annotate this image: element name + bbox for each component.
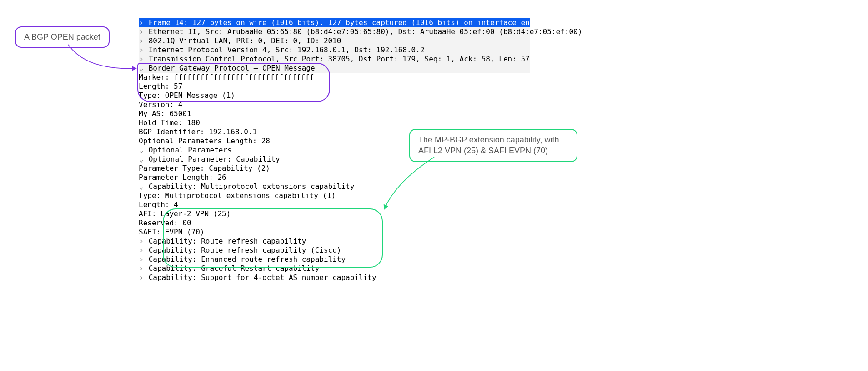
tree-row-field[interactable]: Type: Multiprotocol extensions capabilit…: [139, 191, 530, 200]
chevron-down-icon: ⌄: [139, 64, 144, 73]
tree-row-bgp[interactable]: ⌄ Border Gateway Protocol – OPEN Message: [139, 64, 530, 73]
tree-label: SAFI: EVPN (70): [139, 228, 205, 236]
chevron-right-icon: ›: [139, 273, 144, 282]
tree-label: Capability: Enhanced route refresh capab…: [149, 255, 346, 264]
tree-row-field[interactable]: Version: 4: [139, 100, 530, 109]
tree-label: Capability: Route refresh capability: [149, 237, 306, 245]
tree-label: Transmission Control Protocol, Src Port:…: [149, 55, 530, 63]
tree-label: Frame 14: 127 bytes on wire (1016 bits),…: [149, 18, 560, 27]
tree-row-vlan[interactable]: › 802.1Q Virtual LAN, PRI: 0, DEI: 0, ID…: [139, 36, 530, 46]
chevron-down-icon: ⌄: [139, 146, 144, 155]
tree-label: AFI: Layer-2 VPN (25): [139, 209, 231, 218]
tree-label: My AS: 65001: [139, 109, 191, 118]
tree-label: Version: 4: [139, 100, 182, 109]
tree-label: Capability: Support for 4-octet AS numbe…: [149, 273, 376, 282]
tree-label: Parameter Type: Capability (2): [139, 164, 270, 173]
tree-row-field[interactable]: Parameter Length: 26: [139, 173, 530, 182]
tree-label: Capability: Graceful Restart capability: [149, 264, 320, 273]
tree-row-cap[interactable]: › Capability: Route refresh capability (…: [139, 246, 530, 255]
tree-row-cap-mp[interactable]: ⌄ Capability: Multiprotocol extensions c…: [139, 182, 530, 191]
tree-row-ethernet[interactable]: › Ethernet II, Src: ArubaaHe_05:65:80 (b…: [139, 27, 530, 36]
tree-row-cap[interactable]: › Capability: Route refresh capability: [139, 237, 530, 246]
callout-text: The MP-BGP extension capability, with AF…: [418, 135, 559, 155]
tree-label: Length: 4: [139, 200, 178, 209]
tree-row-cap[interactable]: › Capability: Enhanced route refresh cap…: [139, 255, 530, 264]
tree-label: Parameter Length: 26: [139, 173, 226, 182]
tree-label: 802.1Q Virtual LAN, PRI: 0, DEI: 0, ID: …: [149, 36, 341, 45]
tree-label: Type: OPEN Message (1): [139, 91, 235, 100]
tree-label: Type: Multiprotocol extensions capabilit…: [139, 191, 336, 200]
chevron-down-icon: ⌄: [139, 182, 144, 191]
tree-label: Length: 57: [139, 82, 182, 91]
tree-row-cap[interactable]: › Capability: Graceful Restart capabilit…: [139, 264, 530, 273]
tree-label: Capability: Multiprotocol extensions cap…: [149, 182, 355, 191]
tree-label: Border Gateway Protocol – OPEN Message: [149, 64, 315, 72]
callout-bgp-open: A BGP OPEN packet: [15, 26, 110, 48]
chevron-right-icon: ›: [139, 46, 144, 55]
callout-mpbgp: The MP-BGP extension capability, with AF…: [409, 129, 577, 162]
tree-row-field[interactable]: SAFI: EVPN (70): [139, 228, 530, 237]
tree-row-field[interactable]: Marker: ffffffffffffffffffffffffffffffff: [139, 73, 530, 82]
tree-row-frame[interactable]: › Frame 14: 127 bytes on wire (1016 bits…: [139, 18, 530, 27]
tree-row-field[interactable]: Length: 4: [139, 200, 530, 209]
tree-row-tcp[interactable]: › Transmission Control Protocol, Src Por…: [139, 55, 530, 64]
chevron-right-icon: ›: [139, 27, 144, 36]
tree-row-field[interactable]: Parameter Type: Capability (2): [139, 164, 530, 173]
tree-label: Reserved: 00: [139, 219, 191, 227]
tree-row-cap[interactable]: › Capability: Support for 4-octet AS num…: [139, 273, 530, 282]
tree-row-field[interactable]: Hold Time: 180: [139, 118, 530, 127]
callout-text: A BGP OPEN packet: [24, 32, 100, 41]
tree-row-field[interactable]: My AS: 65001: [139, 109, 530, 118]
chevron-right-icon: ›: [139, 246, 144, 255]
tree-label: Optional Parameter: Capability: [149, 155, 280, 163]
chevron-right-icon: ›: [139, 237, 144, 246]
tree-row-field[interactable]: Length: 57: [139, 82, 530, 91]
tree-label: Ethernet II, Src: ArubaaHe_05:65:80 (b8:…: [149, 27, 582, 36]
chevron-right-icon: ›: [139, 55, 144, 64]
tree-label: Capability: Route refresh capability (Ci…: [149, 246, 341, 254]
chevron-down-icon: ⌄: [139, 155, 144, 164]
chevron-right-icon: ›: [139, 18, 144, 27]
tree-label: Optional Parameters Length: 28: [139, 137, 270, 145]
tree-row-field[interactable]: Reserved: 00: [139, 219, 530, 228]
tree-label: Hold Time: 180: [139, 118, 200, 127]
tree-label: Optional Parameters: [149, 146, 232, 154]
tree-row-field[interactable]: Type: OPEN Message (1): [139, 91, 530, 100]
tree-label: Internet Protocol Version 4, Src: 192.16…: [149, 46, 425, 54]
chevron-right-icon: ›: [139, 255, 144, 264]
tree-row-field[interactable]: AFI: Layer-2 VPN (25): [139, 209, 530, 219]
tree-row-ip[interactable]: › Internet Protocol Version 4, Src: 192.…: [139, 46, 530, 55]
chevron-right-icon: ›: [139, 264, 144, 273]
chevron-right-icon: ›: [139, 36, 144, 46]
tree-label: BGP Identifier: 192.168.0.1: [139, 127, 257, 136]
tree-label: Marker: ffffffffffffffffffffffffffffffff: [139, 73, 314, 81]
